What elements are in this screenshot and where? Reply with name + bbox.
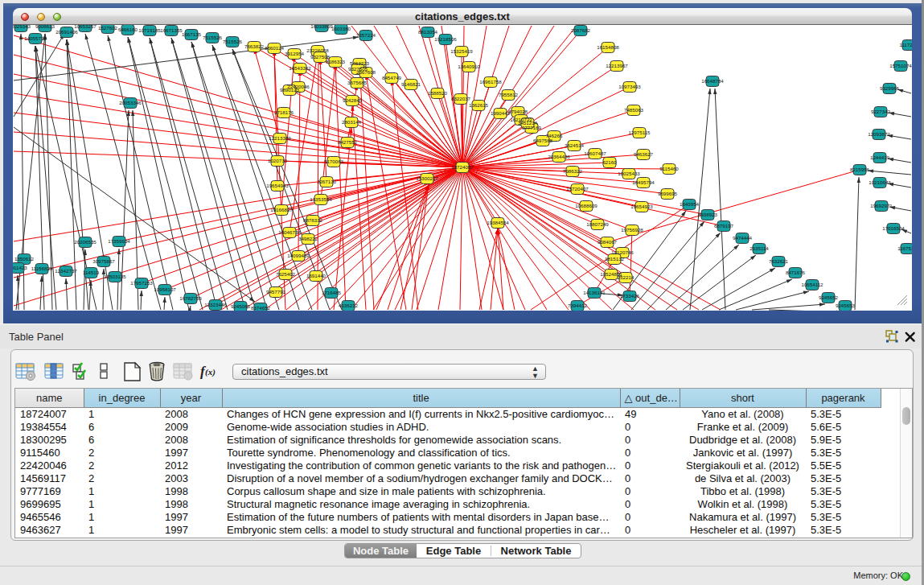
- svg-text:9245653: 9245653: [836, 303, 856, 308]
- svg-text:10607487: 10607487: [584, 150, 606, 156]
- svg-text:10973493: 10973493: [618, 84, 641, 89]
- svg-text:15325419: 15325419: [450, 48, 473, 54]
- svg-text:1815132: 1815132: [605, 256, 625, 262]
- svg-text:10654112: 10654112: [801, 282, 823, 287]
- svg-text:18724007: 18724007: [451, 164, 474, 170]
- svg-text:9457791: 9457791: [266, 289, 286, 295]
- svg-text:8454749: 8454749: [382, 75, 402, 80]
- svg-text:8427552: 8427552: [338, 139, 358, 145]
- svg-text:10719185: 10719185: [138, 27, 161, 33]
- svg-text:18807249: 18807249: [586, 221, 609, 227]
- svg-text:2803144: 2803144: [342, 119, 362, 125]
- svg-text:12213389: 12213389: [269, 135, 291, 141]
- svg-text:9242845: 9242845: [343, 97, 363, 103]
- svg-text:3451234: 3451234: [518, 120, 538, 126]
- svg-text:10688609: 10688609: [575, 203, 598, 208]
- svg-text:1691440: 1691440: [306, 273, 326, 278]
- svg-text:1527602: 1527602: [98, 25, 118, 31]
- svg-text:9329966: 9329966: [880, 85, 900, 91]
- svg-text:9008613: 9008613: [35, 25, 55, 29]
- svg-text:10210643: 10210643: [869, 179, 891, 185]
- svg-text:9115460: 9115460: [659, 166, 679, 171]
- svg-text:15720407: 15720407: [566, 186, 589, 192]
- svg-text:30975867: 30975867: [92, 258, 115, 264]
- svg-text:8322037: 8322037: [451, 96, 471, 101]
- svg-text:16543362: 16543362: [289, 65, 311, 71]
- svg-text:16782759: 16782759: [179, 295, 202, 301]
- svg-text:1244419: 1244419: [870, 154, 890, 160]
- svg-text:2935114: 2935114: [749, 245, 769, 251]
- svg-text:62160: 62160: [602, 159, 617, 165]
- svg-text:2718176: 2718176: [274, 109, 294, 115]
- svg-text:9227342: 9227342: [871, 109, 891, 114]
- svg-text:9084067: 9084067: [598, 239, 618, 245]
- svg-text:1350612: 1350612: [14, 256, 35, 262]
- svg-text:7485063: 7485063: [624, 107, 644, 113]
- svg-text:3912954: 3912954: [285, 51, 305, 56]
- svg-text:8938923: 8938923: [698, 212, 718, 217]
- svg-text:7955812: 7955812: [499, 92, 519, 97]
- svg-text:9146821: 9146821: [401, 81, 421, 87]
- svg-text:19654923: 19654923: [630, 204, 653, 209]
- svg-text:7625402: 7625402: [276, 271, 296, 277]
- svg-text:17016504: 17016504: [882, 225, 905, 231]
- svg-text:8878332: 8878332: [303, 217, 323, 223]
- svg-text:3498222: 3498222: [298, 236, 318, 241]
- svg-text:1167533: 1167533: [897, 245, 912, 251]
- svg-text:16648784: 16648784: [701, 78, 724, 84]
- svg-text:8215956: 8215956: [850, 167, 870, 172]
- svg-text:1362615: 1362615: [469, 102, 489, 108]
- svg-text:12093872: 12093872: [868, 131, 890, 137]
- svg-text:9245652: 9245652: [819, 295, 839, 300]
- svg-text:2029343: 2029343: [13, 25, 31, 29]
- svg-text:9890123: 9890123: [280, 87, 300, 93]
- svg-text:8471676: 8471676: [786, 270, 806, 275]
- svg-text:12342737: 12342737: [55, 268, 77, 274]
- svg-text:20364436: 20364436: [548, 154, 570, 159]
- svg-text:(x): (x): [205, 367, 216, 377]
- svg-text:6497568: 6497568: [533, 138, 553, 143]
- svg-text:12975115: 12975115: [628, 130, 651, 135]
- svg-text:14136141: 14136141: [583, 290, 606, 295]
- svg-text:9170063: 9170063: [324, 159, 344, 164]
- svg-text:8660124: 8660124: [265, 45, 285, 51]
- svg-text:16961758: 16961758: [479, 79, 502, 84]
- svg-text:1667135: 1667135: [182, 31, 202, 37]
- svg-text:7357224: 7357224: [356, 32, 376, 38]
- svg-text:6794028: 6794028: [508, 109, 528, 114]
- svg-text:1640954: 1640954: [680, 201, 700, 207]
- svg-text:20691406: 20691406: [55, 29, 78, 35]
- svg-text:8813054: 8813054: [418, 29, 438, 35]
- svg-text:11156829: 11156829: [31, 266, 53, 271]
- svg-text:19654943: 19654943: [266, 183, 289, 188]
- svg-text:3675685: 3675685: [347, 80, 368, 85]
- svg-text:20053346: 20053346: [119, 100, 142, 105]
- svg-text:4036212: 4036212: [339, 303, 359, 308]
- svg-text:3267130: 3267130: [317, 179, 337, 184]
- svg-text:1716485: 1716485: [322, 290, 342, 295]
- svg-text:3624514: 3624514: [565, 142, 585, 148]
- svg-text:10025433: 10025433: [618, 171, 640, 176]
- svg-text:7986322: 7986322: [563, 168, 583, 174]
- svg-text:2367608: 2367608: [356, 69, 376, 75]
- svg-text:18495794: 18495794: [632, 179, 655, 185]
- svg-text:3911423: 3911423: [13, 265, 27, 270]
- svg-text:19166827: 19166827: [270, 207, 293, 212]
- svg-text:9777169: 9777169: [522, 125, 542, 130]
- svg-text:8186323: 8186323: [326, 59, 346, 64]
- svg-text:9699695: 9699695: [658, 191, 678, 196]
- svg-text:7515526: 7515526: [203, 35, 223, 40]
- svg-text:19756928: 19756928: [621, 227, 643, 233]
- svg-text:13640910: 13640910: [458, 64, 480, 69]
- svg-text:19692971: 19692971: [870, 203, 893, 208]
- svg-text:16033809: 16033809: [310, 25, 333, 29]
- svg-text:1588520: 1588520: [428, 90, 448, 96]
- svg-text:15751074: 15751074: [889, 63, 912, 68]
- svg-text:23226058: 23226058: [306, 47, 329, 53]
- svg-text:12213967: 12213967: [606, 63, 628, 68]
- svg-text:252214: 252214: [618, 274, 634, 280]
- svg-text:1603380: 1603380: [331, 26, 351, 31]
- svg-text:20206535: 20206535: [74, 239, 97, 245]
- svg-text:6879197: 6879197: [714, 223, 734, 229]
- svg-text:19218506: 19218506: [434, 36, 457, 42]
